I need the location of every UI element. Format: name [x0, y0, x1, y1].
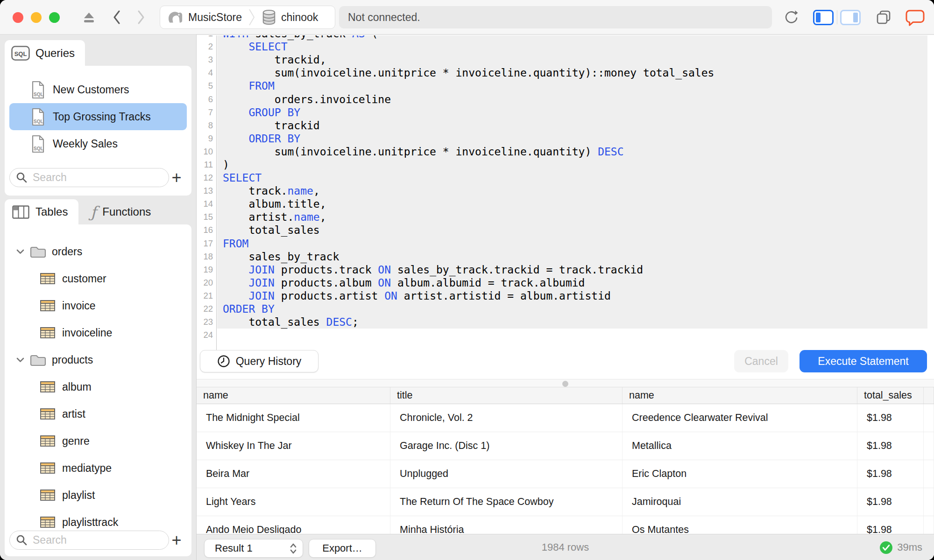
cancel-button[interactable]: Cancel — [734, 350, 788, 372]
table-cell[interactable]: Garage Inc. (Disc 1) — [390, 432, 623, 460]
tree-table-row[interactable]: album — [5, 373, 191, 400]
tree-table-row[interactable]: mediatype — [5, 455, 191, 482]
table-cell[interactable] — [924, 404, 934, 432]
table-cell[interactable]: Eric Clapton — [623, 460, 857, 488]
window-zoom-button[interactable] — [49, 12, 60, 23]
code-line[interactable]: trackid — [217, 119, 927, 132]
tree-table-row[interactable]: invoice — [5, 292, 191, 319]
code-line[interactable]: sum(invoiceline.unitprice * invoiceline.… — [217, 66, 927, 79]
table-cell[interactable]: $1.98 — [857, 488, 924, 516]
tree-table-row[interactable]: invoiceline — [5, 319, 191, 346]
table-cell[interactable]: Minha História — [390, 516, 623, 534]
tree-table-row[interactable]: artist — [5, 400, 191, 427]
code-line[interactable]: SELECT — [217, 40, 927, 53]
table-cell[interactable]: Jamiroquai — [623, 488, 857, 516]
code-line[interactable]: FROM — [217, 79, 927, 92]
table-search-field[interactable] — [9, 531, 169, 550]
query-history-button[interactable]: Query History — [200, 350, 318, 372]
chevron-down-icon[interactable] — [16, 357, 24, 363]
column-header[interactable]: name — [197, 387, 390, 404]
toggle-left-sidebar-button[interactable] — [813, 0, 834, 35]
table-cell[interactable]: The Return Of The Space Cowboy — [390, 488, 623, 516]
code-line[interactable]: orders.invoiceline — [217, 92, 927, 105]
table-cell[interactable]: $1.98 — [857, 432, 924, 460]
table-row[interactable]: Ando Meio DesligadoMinha HistóriaOs Muta… — [197, 516, 934, 534]
window-close-button[interactable] — [13, 12, 23, 23]
table-cell[interactable]: Whiskey In The Jar — [197, 432, 390, 460]
query-list-item[interactable]: SQL Top Grossing Tracks — [9, 103, 187, 130]
result-selector[interactable]: Result 1 — [204, 539, 303, 558]
table-cell[interactable]: $1.98 — [857, 404, 924, 432]
feedback-button[interactable] — [905, 0, 925, 35]
code-line[interactable] — [217, 329, 927, 342]
table-cell[interactable]: Light Years — [197, 488, 390, 516]
code-line[interactable]: artist.name, — [217, 210, 927, 224]
table-cell[interactable]: $1.98 — [857, 516, 924, 534]
back-button[interactable] — [111, 0, 122, 35]
code-area[interactable]: WITH sales_by_track AS ( SELECT trackid,… — [217, 35, 934, 351]
breadcrumb-database[interactable]: chinook — [255, 6, 325, 28]
table-row[interactable]: The Midnight SpecialChronicle, Vol. 2Cre… — [197, 404, 934, 432]
tab-queries[interactable]: SQL Queries — [5, 40, 85, 66]
tab-tables[interactable]: Tables — [5, 199, 78, 224]
table-cell[interactable]: The Midnight Special — [197, 404, 390, 432]
table-cell[interactable] — [924, 432, 934, 460]
table-row[interactable]: Light YearsThe Return Of The Space Cowbo… — [197, 488, 934, 516]
code-line[interactable]: total_sales DESC; — [217, 315, 927, 329]
breadcrumb-server[interactable]: MusicStore — [160, 6, 248, 28]
column-header[interactable]: title — [390, 387, 623, 404]
table-row[interactable]: Beira MarUnpluggedEric Clapton$1.98 — [197, 460, 934, 488]
tab-functions[interactable]: ƒ Functions — [83, 199, 191, 224]
table-cell[interactable]: Creedence Clearwater Revival — [623, 404, 857, 432]
eject-button[interactable] — [83, 0, 94, 35]
code-line[interactable]: FROM — [217, 237, 927, 250]
tree-table-row[interactable]: playlist — [5, 482, 191, 509]
code-line[interactable]: ORDER BY — [217, 302, 927, 315]
column-header[interactable] — [924, 387, 934, 404]
toggle-right-sidebar-button[interactable] — [840, 0, 861, 35]
code-line[interactable]: JOIN products.album ON album.albumid = t… — [217, 276, 927, 289]
query-search-input[interactable] — [32, 171, 144, 184]
export-button[interactable]: Export… — [309, 539, 376, 558]
table-cell[interactable]: Ando Meio Desligado — [197, 516, 390, 534]
table-search-input[interactable] — [32, 533, 144, 547]
splitter-handle-icon[interactable] — [562, 381, 568, 387]
tree-table-row[interactable]: genre — [5, 427, 191, 455]
table-cell[interactable] — [924, 516, 934, 534]
forward-button[interactable] — [135, 0, 147, 35]
code-line[interactable]: GROUP BY — [217, 106, 927, 119]
tree-folder-row[interactable]: products — [5, 346, 191, 373]
refresh-button[interactable] — [783, 0, 799, 35]
column-header[interactable]: total_sales — [857, 387, 924, 404]
table-cell[interactable]: Os Mutantes — [623, 516, 857, 534]
table-cell[interactable]: Chronicle, Vol. 2 — [390, 404, 623, 432]
code-line[interactable]: SELECT — [217, 171, 927, 184]
code-line[interactable]: album.title, — [217, 197, 927, 210]
query-list-item[interactable]: SQL New Customers — [9, 76, 187, 103]
table-row[interactable]: Whiskey In The JarGarage Inc. (Disc 1)Me… — [197, 432, 934, 460]
code-line[interactable]: ) — [217, 158, 927, 171]
code-line[interactable]: WITH sales_by_track AS ( — [217, 35, 927, 40]
code-line[interactable]: ORDER BY — [217, 132, 927, 145]
tree-table-row[interactable]: customer — [5, 265, 191, 292]
code-line[interactable]: trackid, — [217, 53, 927, 66]
code-line[interactable]: JOIN products.track ON sales_by_track.tr… — [217, 263, 927, 276]
window-minimize-button[interactable] — [31, 12, 42, 23]
code-line[interactable]: track.name, — [217, 184, 927, 197]
splitter-bar[interactable] — [197, 379, 934, 387]
add-table-button[interactable]: + — [168, 531, 185, 550]
tree-folder-row[interactable]: orders — [5, 238, 191, 265]
table-cell[interactable]: $1.98 — [857, 460, 924, 488]
query-search-field[interactable] — [9, 168, 169, 187]
query-list-item[interactable]: SQL Weekly Sales — [9, 130, 187, 157]
windows-button[interactable] — [874, 0, 893, 35]
table-cell[interactable]: Unplugged — [390, 460, 623, 488]
execute-statement-button[interactable]: Execute Statement — [800, 350, 927, 372]
table-cell[interactable] — [924, 488, 934, 516]
add-query-button[interactable]: + — [168, 168, 185, 187]
table-cell[interactable]: Metallica — [623, 432, 857, 460]
code-line[interactable]: sales_by_track — [217, 250, 927, 263]
code-line[interactable]: sum(invoiceline.unitprice * invoiceline.… — [217, 145, 927, 158]
table-cell[interactable]: Beira Mar — [197, 460, 390, 488]
code-line[interactable]: JOIN products.artist ON artist.artistid … — [217, 289, 927, 302]
